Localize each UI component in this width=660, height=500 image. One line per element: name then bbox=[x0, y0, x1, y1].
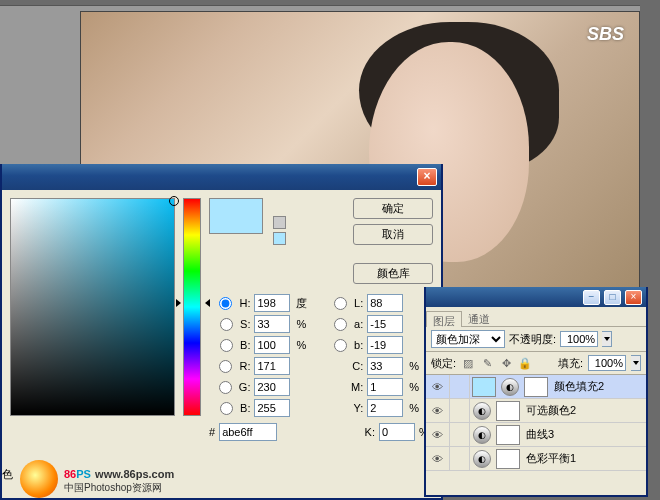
layer-list: 👁 ◐ 颜色填充2 👁 ◐ 可选颜色2 👁 ◐ 曲线3 👁 ◐ 色彩平衡1 bbox=[426, 375, 646, 471]
layer-name[interactable]: 可选颜色2 bbox=[522, 403, 646, 418]
lock-brush-icon[interactable]: ✎ bbox=[480, 356, 494, 370]
layer-row[interactable]: 👁 ◐ 色彩平衡1 bbox=[426, 447, 646, 471]
layer-name[interactable]: 色彩平衡1 bbox=[522, 451, 646, 466]
opacity-input[interactable] bbox=[560, 331, 598, 347]
lock-all-icon[interactable]: 🔒 bbox=[518, 356, 532, 370]
status-text: 色 bbox=[2, 467, 13, 482]
close-icon[interactable]: × bbox=[417, 168, 437, 186]
c-label: C: bbox=[324, 360, 363, 372]
a-radio[interactable]: a: bbox=[324, 318, 363, 331]
cube-icon[interactable] bbox=[273, 216, 286, 229]
link-cell[interactable] bbox=[450, 423, 470, 447]
watermark: 86PS www.86ps.com 中国Photoshop资源网 bbox=[20, 460, 174, 498]
a-input[interactable] bbox=[367, 315, 403, 333]
layer-mask[interactable] bbox=[496, 401, 520, 421]
hue-slider[interactable] bbox=[183, 198, 201, 416]
color-library-button[interactable]: 颜色库 bbox=[353, 263, 433, 284]
color-preview bbox=[209, 198, 263, 234]
color-spectrum[interactable] bbox=[10, 198, 175, 416]
layer-name[interactable]: 颜色填充2 bbox=[550, 379, 646, 394]
tab-layers[interactable]: 图层 bbox=[426, 311, 462, 327]
panel-tabs: 图层 通道 bbox=[426, 307, 646, 327]
l-radio[interactable]: L: bbox=[324, 297, 363, 310]
minimize-icon[interactable]: − bbox=[583, 290, 600, 305]
m-input[interactable] bbox=[367, 378, 403, 396]
layers-titlebar[interactable]: − □ × bbox=[426, 287, 646, 307]
blend-mode-select[interactable]: 颜色加深 bbox=[431, 330, 505, 348]
layer-mask[interactable] bbox=[496, 425, 520, 445]
visibility-icon[interactable]: 👁 bbox=[426, 375, 450, 399]
l-input[interactable] bbox=[367, 294, 403, 312]
cancel-button[interactable]: 取消 bbox=[353, 224, 433, 245]
r-radio[interactable]: R: bbox=[209, 360, 250, 373]
y-input[interactable] bbox=[367, 399, 403, 417]
fill-label: 填充: bbox=[558, 356, 583, 371]
layers-panel: − □ × 图层 通道 颜色加深 不透明度: 锁定: ▨ ✎ ✥ 🔒 填充: 👁… bbox=[424, 287, 648, 497]
layer-row[interactable]: 👁 ◐ 曲线3 bbox=[426, 423, 646, 447]
b-radio[interactable]: b: bbox=[324, 339, 363, 352]
layer-name[interactable]: 曲线3 bbox=[522, 427, 646, 442]
bb-input[interactable] bbox=[254, 399, 290, 417]
y-label: Y: bbox=[324, 402, 363, 414]
visibility-icon[interactable]: 👁 bbox=[426, 423, 450, 447]
color-fields: H:度 L: S:% a: B:% b: R: C:% G: M:% B: Y:… bbox=[209, 294, 433, 417]
link-cell[interactable] bbox=[450, 447, 470, 471]
lock-move-icon[interactable]: ✥ bbox=[499, 356, 513, 370]
k-input[interactable] bbox=[379, 423, 415, 441]
fill-input[interactable] bbox=[588, 355, 626, 371]
logo-icon bbox=[20, 460, 58, 498]
layer-thumb[interactable] bbox=[472, 377, 496, 397]
link-cell[interactable] bbox=[450, 375, 470, 399]
close-icon[interactable]: × bbox=[625, 290, 642, 305]
ok-button[interactable]: 确定 bbox=[353, 198, 433, 219]
layer-mask[interactable] bbox=[524, 377, 548, 397]
g-input[interactable] bbox=[254, 378, 290, 396]
adjustment-icon[interactable]: ◐ bbox=[501, 378, 519, 396]
layer-row[interactable]: 👁 ◐ 可选颜色2 bbox=[426, 399, 646, 423]
s-input[interactable] bbox=[254, 315, 290, 333]
g-radio[interactable]: G: bbox=[209, 381, 250, 394]
photo-glasses bbox=[379, 132, 499, 167]
websafe-swatch[interactable] bbox=[273, 232, 286, 245]
hex-input[interactable] bbox=[219, 423, 277, 441]
sbs-watermark: SBS bbox=[587, 24, 624, 45]
layer-mask[interactable] bbox=[496, 449, 520, 469]
lock-transparent-icon[interactable]: ▨ bbox=[461, 356, 475, 370]
maximize-icon[interactable]: □ bbox=[604, 290, 621, 305]
h-input[interactable] bbox=[254, 294, 290, 312]
k-label: K: bbox=[365, 426, 375, 438]
bv-radio[interactable]: B: bbox=[209, 339, 250, 352]
b-input[interactable] bbox=[367, 336, 403, 354]
adjustment-icon[interactable]: ◐ bbox=[473, 402, 491, 420]
bv-input[interactable] bbox=[254, 336, 290, 354]
brand-subtitle: 中国Photoshop资源网 bbox=[64, 481, 174, 495]
bb-radio[interactable]: B: bbox=[209, 402, 250, 415]
c-input[interactable] bbox=[367, 357, 403, 375]
photo-hair bbox=[359, 22, 559, 172]
h-radio[interactable]: H: bbox=[209, 297, 250, 310]
link-cell[interactable] bbox=[450, 399, 470, 423]
opacity-label: 不透明度: bbox=[509, 332, 556, 347]
adjustment-icon[interactable]: ◐ bbox=[473, 450, 491, 468]
opacity-arrow-icon[interactable] bbox=[602, 331, 612, 347]
adjustment-icon[interactable]: ◐ bbox=[473, 426, 491, 444]
hue-slider-thumb[interactable] bbox=[179, 299, 207, 307]
hex-label: # bbox=[209, 426, 215, 438]
m-label: M: bbox=[324, 381, 363, 393]
color-picker-dialog: × 确定 取消 颜色库 H:度 bbox=[0, 164, 443, 500]
r-input[interactable] bbox=[254, 357, 290, 375]
visibility-icon[interactable]: 👁 bbox=[426, 399, 450, 423]
visibility-icon[interactable]: 👁 bbox=[426, 447, 450, 471]
brand-text: 86PS www.86ps.com bbox=[64, 464, 174, 481]
layer-row[interactable]: 👁 ◐ 颜色填充2 bbox=[426, 375, 646, 399]
tab-channels[interactable]: 通道 bbox=[462, 310, 496, 326]
s-radio[interactable]: S: bbox=[209, 318, 250, 331]
spectrum-cursor[interactable] bbox=[169, 196, 179, 206]
color-picker-titlebar[interactable]: × bbox=[2, 164, 441, 190]
fill-arrow-icon[interactable] bbox=[631, 355, 641, 371]
lock-label: 锁定: bbox=[431, 356, 456, 371]
